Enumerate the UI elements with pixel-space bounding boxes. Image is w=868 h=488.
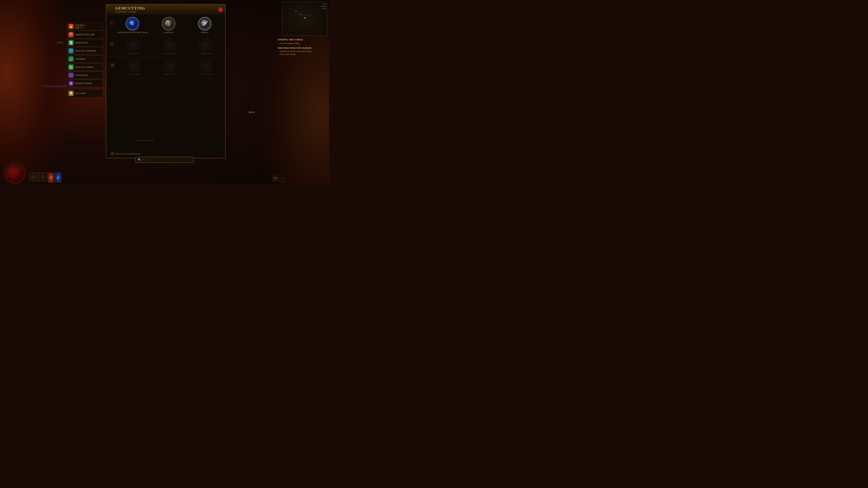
skill-item-essence[interactable]: ✨ Essence Drain — [67, 79, 103, 87]
gem-coming-soon-4 — [127, 59, 141, 72]
gem-icon-controlled — [128, 19, 137, 29]
skill-name-firebolt: Firebolt — [75, 24, 85, 26]
gem-slot-cs3: Coming Soon — [188, 38, 222, 55]
skill-item-contagion[interactable]: ☣ Contagion — [67, 71, 103, 79]
controlled-destruction-svg — [128, 20, 137, 28]
gem-coming-soon-1 — [127, 38, 140, 52]
tier-row-1: I ! — [106, 15, 225, 36]
gem-icon-pierce — [200, 19, 210, 29]
svg-line-12 — [296, 11, 301, 14]
gem-name-pierce: Pierce — [188, 31, 222, 34]
skill-dots-firebolt — [75, 27, 85, 29]
skill-name-sniper: Skeletal Sniper — [75, 66, 94, 68]
skill-name-ember: Ember Fusillade — [75, 33, 95, 36]
all-gems-icon: 💎 — [68, 91, 74, 96]
gem-coming-soon-text-2: Coming Soon — [162, 53, 176, 55]
skill-name-unearth: Unearth — [75, 58, 85, 60]
gem-coming-soon-text-4: Coming Soon — [127, 74, 141, 76]
svg-point-3 — [164, 20, 173, 28]
action-icon-2 — [41, 175, 45, 179]
skill-name-essence: Essence Drain — [75, 82, 92, 85]
quest-title-1: Finding the Forge — [278, 38, 327, 41]
contagion-icon: ☣ — [68, 72, 74, 78]
svg-point-2 — [131, 22, 134, 25]
gem-icon-ignition — [164, 19, 174, 29]
dot — [82, 27, 84, 29]
tier-label-2: II — [110, 38, 114, 46]
action-slot-flask-2[interactable]: 🧪 — [55, 173, 61, 183]
minimap: Finn Clarfield Lettis — [282, 2, 327, 36]
firebolt-icon: 🔥 — [68, 24, 74, 29]
gem-pierce[interactable] — [198, 17, 211, 30]
gems-row-1: ! — [113, 17, 222, 34]
unearth-icon: ⛏ — [68, 56, 74, 62]
gem-coming-soon-6 — [200, 59, 213, 72]
skill-item-firebolt[interactable]: 🔥 Firebolt — [67, 23, 103, 30]
gem-coming-soon-text-3: Coming Soon — [199, 53, 212, 55]
gem-slot-cs6: Coming Soon — [189, 59, 223, 76]
show-recommended-area: ✓ Show Recommended Gems — [111, 152, 141, 155]
action-slot-1[interactable] — [29, 173, 38, 181]
panel-subtitle: Support Gems — [115, 10, 216, 13]
skill-item-bone[interactable]: 💀 Bone Blast — [67, 39, 103, 46]
quest-item-infiltrate: Infiltrate the Manor beyond the Village — [278, 50, 327, 53]
gem-coming-soon-text-1: Coming Soon — [126, 53, 140, 55]
quest-item-travel: Travel to Ogham Village — [278, 42, 327, 44]
gems-row-3: Coming Soon Coming Soon Coming Soon — [115, 59, 223, 76]
search-input[interactable] — [135, 139, 194, 141]
gem-slot-cs1: Coming Soon — [116, 38, 150, 55]
gem-slot-cs2: Coming Soon — [152, 38, 186, 55]
minimap-label-finn: Finn — [320, 3, 326, 5]
action-slot-flask-1[interactable]: 🧪 — [48, 173, 54, 183]
search-icon: 🔍 — [138, 158, 141, 161]
gem-coming-soon-text-5: Coming Soon — [163, 74, 177, 76]
minimap-labels: Finn Clarfield Lettis — [320, 3, 326, 10]
panel-title: Gemcutting — [115, 6, 216, 10]
minimap-bg: Finn Clarfield Lettis — [282, 2, 327, 36]
all-gems-button[interactable]: 💎 All Gems — [67, 89, 103, 98]
gem-slot-ignition: ! — [152, 17, 186, 34]
all-gems-label: All Gems — [75, 92, 86, 94]
gem-coming-soon-2 — [163, 38, 176, 52]
flask-icon-1: 🧪 — [50, 176, 53, 179]
cave-left-bg — [0, 0, 68, 184]
gem-ignition[interactable] — [162, 17, 175, 30]
dot — [77, 27, 79, 29]
search-clear-button[interactable]: ✕ — [143, 158, 145, 161]
skill-name-bone: Bone Blast — [75, 41, 88, 44]
tier-label-3: III — [110, 59, 115, 67]
panel-body: I ! — [106, 15, 225, 158]
skeletal-icon: ⚔ — [68, 48, 74, 54]
gem-slot-controlled-destruction: ! — [116, 17, 149, 34]
tier-roman-3: III — [110, 63, 115, 67]
sniper-icon: 🏹 — [68, 64, 74, 70]
ignition-svg — [164, 20, 173, 28]
close-button[interactable]: × — [218, 7, 223, 12]
skill-item-skeletal[interactable]: ⚔ Skeletal Warrior — [67, 47, 103, 55]
gem-slot-cs4: Coming Soon — [117, 59, 151, 76]
skill-name-contagion: Contagion — [75, 74, 88, 76]
tier-row-3: III Coming Soon Coming Soon Coming Soon — [106, 57, 225, 78]
gem-coming-soon-5 — [164, 59, 177, 72]
svg-point-16 — [41, 175, 45, 179]
minimap-label-lettis: Lettis — [320, 8, 326, 10]
gem-name-ignition: Ignition — [152, 31, 186, 34]
bone-icon: 💀 — [68, 40, 74, 45]
action-slot-2[interactable] — [39, 173, 47, 181]
flask-icon-2: 🧪 — [57, 176, 59, 179]
gem-controlled-destruction[interactable] — [126, 17, 139, 30]
tier-roman-1: I — [110, 21, 113, 25]
minimap-label-clarfield: Clarfield — [320, 5, 326, 8]
skills-panel: 🔥 Firebolt 🌋 Ember Fusillade 💀 Bone Blas… — [67, 23, 103, 98]
pierce-svg — [200, 20, 209, 28]
contagion-bg-label: CONTAGION — [43, 85, 67, 88]
quest-item-count: Find Count Geonor — [278, 53, 327, 55]
skill-name-skeletal: Skeletal Warrior — [75, 50, 96, 52]
tier-label-1: I — [110, 17, 113, 25]
skill-item-sniper[interactable]: 🏹 Skeletal Sniper — [67, 63, 103, 71]
skill-item-unearth[interactable]: ⛏ Unearth — [67, 55, 103, 63]
ember-icon: 🌋 — [68, 32, 74, 37]
show-recommended-checkbox[interactable]: ✓ — [111, 152, 114, 155]
skill-item-ember[interactable]: 🌋 Ember Fusillade — [67, 31, 103, 38]
gem-slot-cs5: Coming Soon — [153, 59, 187, 76]
